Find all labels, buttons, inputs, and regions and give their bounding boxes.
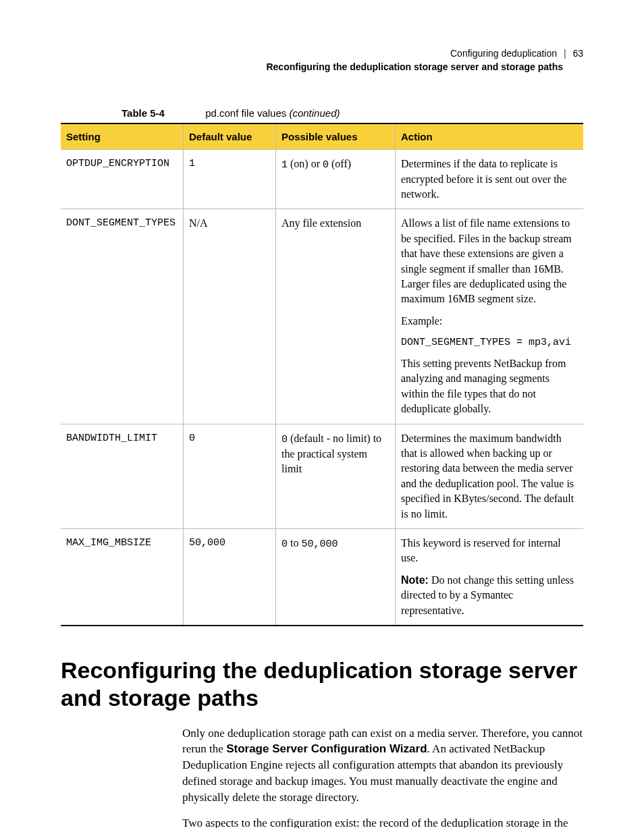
- table-desc-continued: (continued): [289, 107, 340, 119]
- possible-text: (off): [329, 158, 351, 169]
- action-text: This setting prevents NetBackup from ana…: [401, 356, 578, 417]
- body-text: Only one deduplication storage path can …: [182, 725, 583, 828]
- table-row: OPTDUP_ENCRYPTION 1 1 (on) or 0 (off) De…: [61, 150, 583, 209]
- cell-setting: BANDWIDTH_LIMIT: [61, 424, 184, 528]
- action-text: Determines the maximum bandwidth that is…: [401, 431, 578, 522]
- possible-code: 50,000: [301, 539, 338, 550]
- cell-action: Allows a list of file name extensions to…: [396, 209, 584, 424]
- running-header: Configuring deduplication | 63 Reconfigu…: [61, 47, 583, 74]
- possible-text: (default - no limit) to the practical sy…: [281, 433, 381, 474]
- action-text: Example:: [401, 314, 578, 329]
- action-text: Determines if the data to replicate is e…: [401, 157, 578, 202]
- table-row: MAX_IMG_MBSIZE 50,000 0 to 50,000 This k…: [61, 529, 583, 626]
- document-page: Configuring deduplication | 63 Reconfigu…: [0, 0, 644, 828]
- col-header-setting: Setting: [61, 123, 184, 150]
- action-code: DONT_SEGMENT_TYPES = mp3,avi: [401, 335, 578, 350]
- header-page-number: 63: [572, 48, 583, 59]
- note-label: Note:: [401, 574, 429, 586]
- config-table: Setting Default value Possible values Ac…: [61, 123, 583, 626]
- table-row: DONT_SEGMENT_TYPES N/A Any file extensio…: [61, 209, 583, 424]
- col-header-default: Default value: [184, 123, 276, 150]
- header-section: Reconfiguring the deduplication storage …: [61, 61, 583, 74]
- action-text: This keyword is reserved for internal us…: [401, 536, 578, 566]
- p1-bold: Storage Server Configuration Wizard: [226, 742, 427, 755]
- action-note: Note: Do not change this setting unless …: [401, 573, 578, 618]
- body-paragraph: Only one deduplication storage path can …: [182, 725, 583, 806]
- cell-action: Determines if the data to replicate is e…: [396, 150, 584, 209]
- cell-setting: MAX_IMG_MBSIZE: [61, 529, 184, 626]
- body-paragraph: Two aspects to the configuration exist: …: [182, 815, 583, 828]
- table-caption: Table 5-4 pd.conf file values (continued…: [61, 107, 583, 119]
- cell-default: N/A: [184, 209, 276, 424]
- action-text: Allows a list of file name extensions to…: [401, 216, 578, 306]
- header-chapter: Configuring deduplication: [450, 48, 557, 59]
- cell-action: Determines the maximum bandwidth that is…: [396, 424, 584, 528]
- col-header-possible: Possible values: [276, 123, 396, 150]
- possible-code: 0: [323, 159, 329, 171]
- col-header-action: Action: [396, 123, 584, 150]
- header-divider: |: [560, 48, 570, 59]
- cell-possible: Any file extension: [276, 209, 396, 424]
- cell-default: 0: [184, 424, 276, 528]
- cell-default: 50,000: [184, 529, 276, 626]
- cell-default: 1: [184, 150, 276, 209]
- cell-setting: DONT_SEGMENT_TYPES: [61, 209, 184, 424]
- section-heading: Reconfiguring the deduplication storage …: [61, 657, 583, 712]
- header-top-line: Configuring deduplication | 63: [61, 47, 583, 61]
- cell-setting: OPTDUP_ENCRYPTION: [61, 150, 184, 209]
- table-desc: pd.conf file values (continued): [205, 107, 340, 119]
- cell-action: This keyword is reserved for internal us…: [396, 529, 584, 626]
- table-desc-text: pd.conf file values: [205, 107, 289, 119]
- cell-possible: 0 (default - no limit) to the practical …: [276, 424, 396, 528]
- possible-text: to: [288, 537, 301, 549]
- cell-possible: 0 to 50,000: [276, 529, 396, 626]
- table-header-row: Setting Default value Possible values Ac…: [61, 123, 583, 150]
- table-number: Table 5-4: [122, 107, 203, 119]
- possible-code: 0: [281, 539, 288, 550]
- possible-code: 1: [281, 159, 288, 171]
- possible-text: (on) or: [288, 158, 323, 169]
- cell-possible: 1 (on) or 0 (off): [276, 150, 396, 209]
- possible-code: 0: [281, 434, 288, 445]
- table-row: BANDWIDTH_LIMIT 0 0 (default - no limit)…: [61, 424, 583, 528]
